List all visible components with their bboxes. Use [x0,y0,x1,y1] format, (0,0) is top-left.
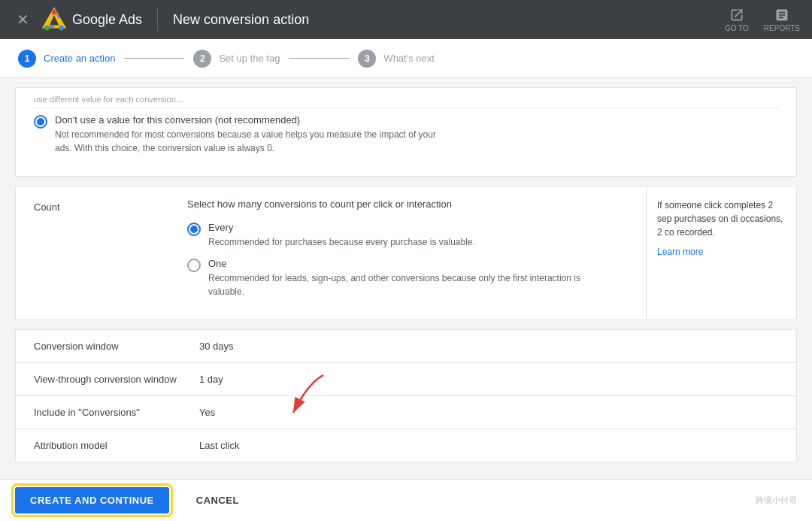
close-button[interactable]: ✕ [12,9,33,30]
include-conversions-row: Include in "Conversions" Yes [16,396,796,429]
count-label: Count [34,198,169,307]
count-card: Count Select how many conversions to cou… [15,186,797,320]
dont-use-value-desc: Not recommended for most conversions bec… [55,128,446,155]
page-title: New conversion action [173,12,309,28]
google-ads-logo: Google Ads [42,8,142,32]
view-through-row: View-through conversion window 1 day [16,363,796,396]
every-title: Every [208,222,475,233]
one-desc: Recommended for leads, sign-ups, and oth… [208,271,599,298]
count-options: Select how many conversions to count per… [187,198,628,307]
one-title: One [208,258,599,269]
svg-point-5 [52,10,56,14]
include-conversions-value: Yes [199,407,215,418]
cancel-button[interactable]: CANCEL [181,487,254,513]
step-2-number: 2 [193,50,211,68]
attribution-model-row: Attribution model Last click [16,429,796,462]
bottom-action-bar: CREATE AND CONTINUE CANCEL 跨境小付哥 [0,479,812,521]
goto-button[interactable]: GO TO [725,8,749,32]
dont-use-value-title: Don't use a value for this conversion (n… [55,114,446,126]
step-3: 3 What's next [358,50,435,68]
every-radio[interactable] [187,223,201,236]
step-2: 2 Set up the tag [193,50,280,68]
one-radio[interactable] [187,259,201,272]
learn-more-link[interactable]: Learn more [657,245,786,259]
step-3-number: 3 [358,50,376,68]
steps-bar: 1 Create an action 2 Set up the tag 3 Wh… [0,39,812,78]
attribution-model-value: Last click [199,440,239,451]
create-and-continue-button[interactable]: CREATE AND CONTINUE [15,487,169,513]
reports-button[interactable]: REPORTS [764,8,800,32]
conversion-window-value: 30 days [199,341,234,352]
svg-point-4 [59,26,63,30]
step-1-number: 1 [18,50,36,68]
include-conversions-label: Include in "Conversions" [34,407,199,418]
view-through-value: 1 day [199,374,223,385]
every-desc: Recommended for purchases because every … [208,235,475,249]
count-description: Select how many conversions to count per… [187,198,628,210]
attribution-model-label: Attribution model [34,440,199,451]
step-line-1 [124,58,184,59]
value-row: use different value for each conversion.… [16,88,796,176]
main-content: use different value for each conversion.… [0,78,812,521]
step-3-label: What's next [383,53,435,64]
topbar: ✕ Google Ads New conversion action GO TO… [0,0,812,39]
scrollable-area[interactable]: use different value for each conversion.… [0,78,812,521]
divider [157,8,158,31]
side-info-text: If someone click completes 2 sep purchas… [657,200,783,238]
count-main: Count Select how many conversions to cou… [16,186,646,320]
dont-use-value-radio[interactable] [34,115,47,129]
conversion-window-label: Conversion window [34,341,199,352]
step-1: 1 Create an action [18,50,115,68]
svg-point-3 [44,26,49,30]
conversion-window-row: Conversion window 30 days [16,330,796,363]
step-line-2 [289,58,349,59]
view-through-label: View-through conversion window [34,374,199,385]
watermark: 跨境小付哥 [756,495,797,506]
one-option[interactable]: One Recommended for leads, sign-ups, and… [187,258,628,298]
value-card: use different value for each conversion.… [15,87,797,177]
cut-off-option: use different value for each conversion.… [34,88,778,108]
count-card-inner: Count Select how many conversions to cou… [16,186,796,320]
every-option[interactable]: Every Recommended for purchases because … [187,222,628,249]
count-section: Count Select how many conversions to cou… [34,198,628,307]
side-info-panel: If someone click completes 2 sep purchas… [646,186,796,320]
google-ads-text: Google Ads [72,12,142,28]
settings-card: Conversion window 30 days View-through c… [15,329,797,462]
step-2-label: Set up the tag [219,53,280,64]
dont-use-value-option[interactable]: Don't use a value for this conversion (n… [34,114,778,155]
topbar-actions: GO TO REPORTS [725,8,800,32]
step-1-label: Create an action [44,53,115,64]
